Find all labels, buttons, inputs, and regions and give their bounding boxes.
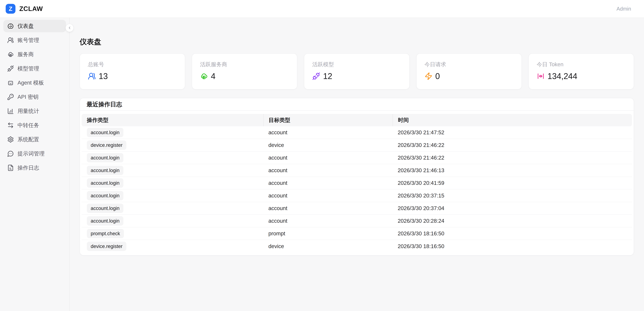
sidebar-item-system-config[interactable]: 系统配置 (3, 133, 66, 146)
table-row: account.login account 2026/3/30 21:47:52 (82, 126, 632, 139)
bar-chart-icon (7, 108, 14, 114)
cloud-server-icon (7, 51, 14, 58)
file-text-icon (7, 164, 14, 171)
action-type-badge: account.login (87, 128, 124, 137)
sidebar-item-label: 提示词管理 (18, 150, 44, 157)
action-type-badge: account.login (87, 204, 124, 213)
key-icon (7, 94, 14, 100)
logs-table: 操作类型目标类型时间 account.login account 2026/3/… (82, 114, 632, 253)
message-dots-icon (7, 150, 14, 157)
main-content: 仪表盘 总账号 13 活跃服务商 4 活跃模型 12 今日请求 0 今日 Tok… (70, 18, 644, 268)
action-type-badge: prompt.check (87, 229, 124, 238)
action-type-badge: device.register (87, 140, 126, 150)
brand: Z ZCLAW (6, 4, 43, 14)
sidebar-item-api-keys[interactable]: API 密钥 (3, 91, 66, 103)
target-type-cell: device (263, 139, 392, 152)
time-cell: 2026/3/30 20:37:15 (392, 189, 632, 202)
time-cell: 2026/3/30 21:46:22 (392, 152, 632, 164)
time-cell: 2026/3/30 18:16:50 (392, 227, 632, 240)
action-type-badge: account.login (87, 191, 124, 200)
sidebar-item-label: 用量统计 (18, 108, 39, 115)
stat-card-total-accounts: 总账号 13 (80, 53, 185, 89)
brand-name: ZCLAW (19, 5, 43, 13)
action-type-badge: account.login (87, 166, 124, 175)
table-row: account.login account 2026/3/30 20:37:15 (82, 189, 632, 202)
time-cell: 2026/3/30 20:41:59 (392, 177, 632, 189)
stat-value-row: 0 (424, 71, 514, 81)
sidebar-item-dashboard[interactable]: 仪表盘 (3, 20, 66, 32)
gear-icon (7, 136, 14, 143)
sidebar-nav: 仪表盘 账号管理 服务商 模型管理 Agent 模板 API 密钥 用量统计 中… (3, 20, 66, 174)
sidebar-collapse-button[interactable] (66, 24, 74, 32)
sidebar-item-label: 操作日志 (18, 164, 39, 171)
sidebar: 仪表盘 账号管理 服务商 模型管理 Agent 模板 API 密钥 用量统计 中… (0, 18, 70, 311)
target-type-cell: account (263, 202, 392, 215)
target-type-cell: account (263, 164, 392, 177)
table-row: account.login account 2026/3/30 20:37:04 (82, 202, 632, 215)
stat-label: 总账号 (88, 61, 177, 68)
app-logo: Z (6, 4, 16, 14)
table-row: device.register device 2026/3/30 18:16:5… (82, 240, 632, 253)
sidebar-item-prompt-management[interactable]: 提示词管理 (3, 147, 66, 160)
target-type-cell: account (263, 152, 392, 164)
column-header: 目标类型 (263, 114, 392, 126)
time-cell: 2026/3/30 20:28:24 (392, 215, 632, 227)
target-type-cell: account (263, 126, 392, 139)
sidebar-item-operation-logs[interactable]: 操作日志 (3, 162, 66, 174)
stat-value-row: 134,244 (537, 71, 626, 81)
table-row: device.register device 2026/3/30 21:46:2… (82, 139, 632, 152)
stat-value: 12 (323, 71, 332, 81)
plug-icon (312, 72, 320, 80)
sidebar-item-label: 服务商 (18, 51, 34, 58)
stat-value-row: 4 (200, 71, 289, 81)
users-icon (88, 72, 96, 80)
sidebar-item-accounts[interactable]: 账号管理 (3, 34, 66, 46)
stat-value: 134,244 (548, 71, 577, 81)
cloud-server-icon (200, 72, 208, 80)
chevron-left-icon (68, 26, 72, 30)
stat-card-today-tokens: 今日 Token 134,244 (528, 53, 634, 89)
token-width-icon (537, 72, 545, 80)
table-row: account.login account 2026/3/30 20:28:24 (82, 215, 632, 227)
target-type-cell: device (263, 240, 392, 253)
arrows-left-right-icon (7, 122, 14, 129)
table-row: account.login account 2026/3/30 21:46:22 (82, 152, 632, 164)
stat-label: 今日 Token (537, 61, 626, 68)
gauge-icon (7, 23, 14, 29)
sidebar-item-providers[interactable]: 服务商 (3, 48, 66, 61)
sidebar-item-agent-templates[interactable]: Agent 模板 (3, 77, 66, 89)
sidebar-item-label: 模型管理 (18, 65, 39, 72)
admin-user-menu[interactable]: Admin (616, 6, 631, 12)
recent-logs-title: 最近操作日志 (80, 98, 634, 111)
stat-label: 活跃模型 (312, 61, 401, 68)
time-cell: 2026/3/30 20:37:04 (392, 202, 632, 215)
logs-table-wrapper: 操作类型目标类型时间 account.login account 2026/3/… (80, 111, 634, 255)
stats-row: 总账号 13 活跃服务商 4 活跃模型 12 今日请求 0 今日 Token 1… (80, 53, 634, 89)
bot-icon (7, 79, 14, 86)
sidebar-item-label: 系统配置 (18, 136, 39, 143)
target-type-cell: account (263, 215, 392, 227)
sidebar-item-label: 中转任务 (18, 122, 39, 129)
stat-value-row: 12 (312, 71, 401, 81)
sidebar-item-models[interactable]: 模型管理 (3, 62, 66, 75)
action-type-badge: device.register (87, 242, 126, 251)
sidebar-item-usage-stats[interactable]: 用量统计 (3, 105, 66, 117)
sidebar-item-relay-tasks[interactable]: 中转任务 (3, 119, 66, 131)
action-type-badge: account.login (87, 216, 124, 225)
stat-value: 0 (435, 71, 440, 81)
table-row: account.login account 2026/3/30 20:41:59 (82, 177, 632, 189)
sidebar-item-label: 仪表盘 (18, 23, 34, 30)
app-header: Z ZCLAW Admin (0, 0, 644, 18)
table-row: prompt.check prompt 2026/3/30 18:16:50 (82, 227, 632, 240)
recent-logs-card: 最近操作日志 操作类型目标类型时间 account.login account … (80, 98, 634, 255)
logs-table-header-row: 操作类型目标类型时间 (82, 114, 632, 126)
table-row: account.login account 2026/3/30 21:46:13 (82, 164, 632, 177)
stat-card-active-models: 活跃模型 12 (304, 53, 410, 89)
logo-letter: Z (9, 5, 12, 12)
zap-icon (424, 72, 432, 80)
page-title: 仪表盘 (80, 37, 634, 47)
time-cell: 2026/3/30 21:46:13 (392, 164, 632, 177)
sidebar-item-label: API 密钥 (18, 93, 38, 101)
target-type-cell: account (263, 189, 392, 202)
stat-label: 活跃服务商 (200, 61, 289, 68)
